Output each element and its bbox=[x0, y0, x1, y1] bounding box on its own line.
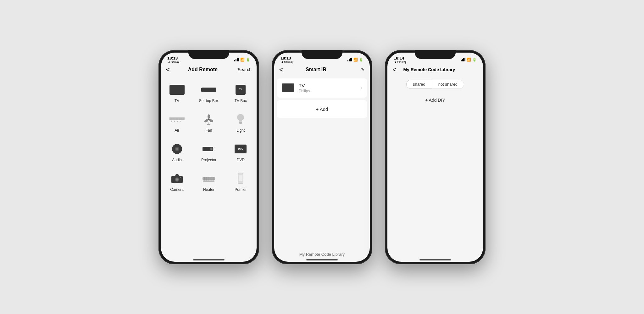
svg-line-6 bbox=[174, 121, 175, 122]
camera-label: Camera bbox=[170, 187, 184, 192]
signal-bar-2 bbox=[236, 59, 236, 61]
camera-icon-container bbox=[168, 172, 186, 185]
device-item-tv[interactable]: TV bbox=[161, 78, 193, 108]
phone-notch-3 bbox=[415, 50, 456, 59]
device-item-purifier[interactable]: Purifier bbox=[225, 167, 257, 197]
svg-point-20 bbox=[176, 148, 178, 150]
signal-bar-3 bbox=[237, 58, 238, 61]
air-label: Air bbox=[175, 128, 179, 133]
status-icons-2: 📶 🔋 bbox=[347, 58, 364, 62]
light-label: Light bbox=[236, 128, 245, 133]
svg-rect-1 bbox=[239, 92, 242, 93]
device-item-light[interactable]: Light bbox=[225, 108, 257, 138]
heater-icon bbox=[202, 175, 216, 182]
back-button-2[interactable]: < bbox=[279, 66, 283, 73]
device-item-air[interactable]: Air bbox=[161, 108, 193, 138]
wifi-icon-1: 📶 bbox=[240, 58, 245, 62]
signal-bars-2 bbox=[347, 58, 352, 61]
stb-icon-container bbox=[200, 83, 218, 96]
svg-rect-43 bbox=[239, 175, 242, 181]
device-item-tvbox[interactable]: TV TV Box bbox=[225, 78, 257, 108]
nav-title-2: Smart IR bbox=[283, 67, 349, 72]
heater-icon-container bbox=[200, 172, 218, 185]
purifier-label: Purifier bbox=[235, 187, 247, 192]
wifi-icon-2: 📶 bbox=[353, 58, 358, 62]
device-item-fan[interactable]: Fan bbox=[193, 108, 225, 138]
signal-bar-1 bbox=[234, 60, 235, 61]
carrier-label-3: ◄ Szukaj bbox=[394, 60, 406, 64]
projector-icon bbox=[201, 144, 216, 154]
svg-line-7 bbox=[177, 121, 178, 122]
search-button-1[interactable]: Search bbox=[236, 67, 252, 72]
edit-button-2[interactable]: ✎ bbox=[349, 67, 365, 72]
device-item-dvd[interactable]: DVD DVD bbox=[225, 138, 257, 167]
tvbox-icon: TV bbox=[236, 85, 246, 95]
add-button[interactable]: + Add bbox=[277, 100, 367, 118]
nav-bar-3: < My Remote Code Library bbox=[387, 65, 483, 76]
home-indicator-3 bbox=[419, 259, 451, 260]
phone-smart-ir: 18:13 ◄ Szukaj 📶 🔋 < Smart IR ✎ bbox=[272, 50, 372, 264]
svg-point-33 bbox=[180, 177, 181, 178]
time-display-2: 18:13 bbox=[280, 56, 291, 60]
back-button-3[interactable]: < bbox=[392, 66, 396, 73]
stb-icon bbox=[201, 88, 216, 92]
phone-screen-1: 18:13 ◄ Szukaj 📶 🔋 < Add Remote Search bbox=[161, 53, 257, 262]
nav-bar-1: < Add Remote Search bbox=[161, 65, 257, 76]
svg-rect-41 bbox=[203, 180, 214, 182]
stb-label: Set-top Box bbox=[199, 99, 219, 103]
phone-screen-3: 18:14 ◄ Szukaj 📶 🔋 < My Remote Code Libr… bbox=[387, 53, 483, 262]
svg-rect-16 bbox=[239, 123, 242, 124]
svg-rect-4 bbox=[170, 118, 184, 120]
audio-icon-container bbox=[168, 143, 186, 155]
svg-line-26 bbox=[213, 149, 216, 151]
status-icons-3: 📶 🔋 bbox=[461, 58, 477, 62]
tv-icon-container bbox=[168, 83, 186, 96]
device-item-heater[interactable]: Heater bbox=[193, 167, 225, 197]
device-grid-container: TV Set-top Box bbox=[161, 76, 257, 262]
svg-rect-24 bbox=[204, 148, 207, 148]
add-diy-button[interactable]: + Add DIY bbox=[387, 93, 483, 108]
device-item-camera[interactable]: Camera bbox=[161, 167, 193, 197]
back-button-1[interactable]: < bbox=[166, 66, 170, 73]
device-item-settopbox[interactable]: Set-top Box bbox=[193, 78, 225, 108]
device-item-projector[interactable]: Projector bbox=[193, 138, 225, 167]
light-icon bbox=[236, 113, 245, 125]
signal-bar-4 bbox=[238, 58, 239, 61]
purifier-icon bbox=[236, 172, 245, 185]
not-shared-tab[interactable]: not shared bbox=[432, 80, 464, 89]
svg-line-5 bbox=[171, 121, 172, 122]
nav-title-1: Add Remote bbox=[170, 67, 236, 72]
signal-bars-3 bbox=[461, 58, 465, 61]
shared-tab[interactable]: shared bbox=[406, 80, 432, 89]
home-indicator-1 bbox=[193, 259, 225, 260]
wifi-icon-3: 📶 bbox=[467, 58, 471, 62]
signal-bars-1 bbox=[234, 58, 239, 61]
status-icons-1: 📶 🔋 bbox=[234, 58, 250, 62]
battery-icon-3: 🔋 bbox=[472, 58, 477, 62]
time-display-3: 18:14 bbox=[394, 56, 404, 60]
battery-icon-2: 🔋 bbox=[359, 58, 364, 62]
fan-label: Fan bbox=[206, 128, 212, 133]
svg-rect-15 bbox=[239, 122, 242, 123]
battery-icon-1: 🔋 bbox=[246, 58, 250, 62]
add-diy-label: + Add DIY bbox=[425, 98, 445, 103]
air-icon bbox=[169, 116, 185, 123]
tv-item-name: TV bbox=[299, 83, 361, 88]
add-button-label: + Add bbox=[316, 106, 328, 112]
device-item-audio[interactable]: Audio bbox=[161, 138, 193, 167]
projector-icon-container bbox=[200, 143, 218, 155]
home-indicator-2 bbox=[306, 259, 338, 260]
tv-list-item[interactable]: TV Philips › bbox=[277, 78, 367, 98]
svg-line-25 bbox=[213, 147, 216, 149]
chevron-right-icon: › bbox=[361, 85, 362, 91]
svg-point-23 bbox=[210, 148, 212, 150]
fan-icon bbox=[203, 114, 214, 125]
tv-list-icon bbox=[282, 83, 294, 92]
phone-notch-2 bbox=[302, 50, 342, 59]
tv-item-brand: Philips bbox=[299, 89, 361, 93]
carrier-label-2: ◄ Szukaj bbox=[280, 60, 292, 64]
air-icon-container bbox=[168, 113, 186, 126]
tv-list-info: TV Philips bbox=[299, 83, 361, 93]
purifier-icon-container bbox=[232, 172, 249, 185]
light-icon-container bbox=[232, 113, 249, 126]
